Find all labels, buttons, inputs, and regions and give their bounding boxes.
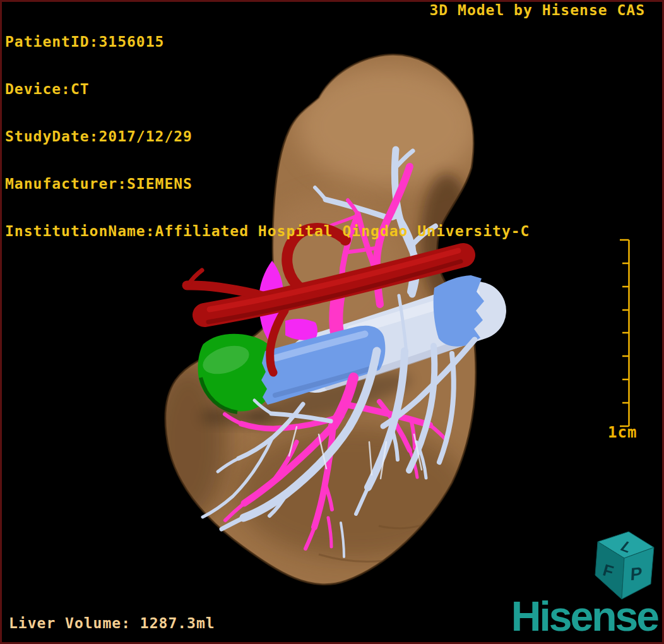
patient-id-text: PatientID:3156015: [5, 34, 530, 50]
liver-volume-text: Liver Volume: 1287.3ml: [9, 615, 215, 631]
viewer-3d[interactable]: L F P PatientID:3156015 Device:CT StudyD…: [0, 0, 664, 644]
view-title: 3D Model by Hisense CAS: [430, 3, 646, 18]
cube-letter-right: P: [630, 564, 643, 585]
scale-bar-label: 1cm: [608, 424, 637, 441]
dicom-header-info: PatientID:3156015 Device:CT StudyDate:20…: [5, 3, 530, 271]
scale-bar: [620, 240, 629, 426]
device-text: Device:CT: [5, 81, 530, 97]
hisense-logo: Hisense: [511, 592, 658, 640]
orientation-cube[interactable]: L F P: [595, 532, 654, 599]
institution-text: InstitutionName:Affiliated Hospital Qing…: [5, 224, 530, 239]
study-date-text: StudyDate:2017/12/29: [5, 129, 530, 145]
portal-trunk-mid: [336, 294, 338, 333]
manufacturer-text: Manufacturer:SIEMENS: [5, 176, 530, 192]
